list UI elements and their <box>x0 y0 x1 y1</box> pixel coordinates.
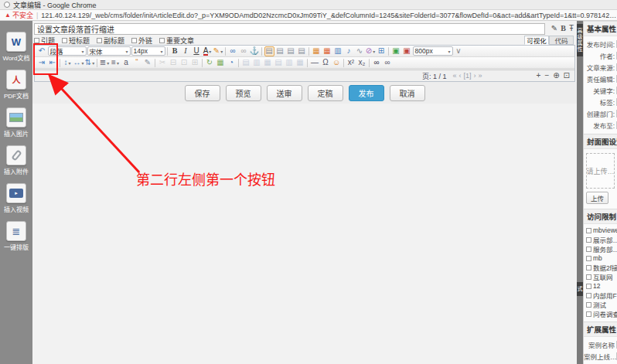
insert-image-icon[interactable]: ▦ <box>312 46 322 56</box>
paragraph-spacing-icon[interactable]: ⇅ ▾ <box>85 58 95 68</box>
publish-button[interactable]: 发布 <box>349 85 384 101</box>
title-style-icon[interactable]: Ŧ <box>569 24 574 33</box>
table-del-col-icon[interactable]: ▦ <box>295 58 305 68</box>
toolbar-button[interactable] <box>369 59 370 67</box>
sidebar-item-insert-video[interactable]: ▸ 插入视频 <box>4 183 29 213</box>
toolbar-button[interactable] <box>97 59 97 67</box>
pdf-import-icon[interactable]: ▣ <box>402 46 412 56</box>
toolbar-button[interactable] <box>388 47 389 56</box>
zoom-in-icon[interactable]: + <box>537 72 541 80</box>
sidebar-item-word-doc[interactable]: W Word文档 <box>3 32 30 62</box>
access-option-checkbox[interactable]: 测试 <box>584 300 617 309</box>
access-option-checkbox[interactable]: mbviewer <box>584 226 617 235</box>
toolbar-button[interactable] <box>343 59 344 67</box>
access-option-checkbox[interactable]: 内部用F… <box>584 291 617 300</box>
align-left-icon[interactable]: ▤ <box>264 46 274 56</box>
bold-title-icon[interactable]: B <box>561 24 566 33</box>
superscript-icon[interactable]: x² <box>346 58 356 68</box>
toolbar-button[interactable] <box>155 59 155 67</box>
editor-mode-tab[interactable]: 可视化 <box>524 36 549 45</box>
emoticon-icon[interactable]: ☺ <box>332 58 342 68</box>
pager-control[interactable]: » <box>479 72 482 80</box>
bold-icon[interactable]: B <box>170 46 180 56</box>
preview-button[interactable]: 预览 <box>226 85 261 101</box>
paste-plain-icon[interactable]: ⊞ <box>190 58 200 68</box>
underline-icon[interactable]: U <box>192 46 202 56</box>
undo-icon[interactable]: ↶ <box>37 46 47 56</box>
align-center-icon[interactable]: ▤ <box>275 46 285 56</box>
access-option-checkbox[interactable]: 12 <box>584 281 617 291</box>
table-split-icon[interactable]: ▤ <box>274 58 284 68</box>
pager-control[interactable]: [1] <box>464 72 472 80</box>
access-option-checkbox[interactable]: mb <box>584 253 617 263</box>
cut-icon[interactable]: ✂ <box>158 58 168 68</box>
font-family-select[interactable]: 宋体 ▾ <box>87 46 131 56</box>
table-row-icon[interactable]: ▤ <box>241 58 251 68</box>
datetime-icon[interactable]: ◔ <box>227 58 237 68</box>
finalize-button[interactable]: 定稿 <box>308 85 343 101</box>
style-vertical-tab[interactable]: 式 <box>577 282 583 296</box>
font-size-select[interactable]: 14px ▾ <box>131 46 165 56</box>
anchor-icon[interactable]: ⚓ <box>250 46 260 56</box>
page-width-select[interactable]: 800px ▾ <box>413 46 453 56</box>
collapse-toolbar-icon[interactable]: ∨ <box>454 46 464 56</box>
advanced-properties-vertical-tab[interactable]: 高级属性 <box>577 24 583 56</box>
sidebar-item-insert-attachment[interactable]: 插入附件 <box>4 145 29 175</box>
subscript-icon[interactable]: x₂ <box>357 58 367 68</box>
find-replace-icon[interactable]: ∞ <box>383 58 393 68</box>
access-option-checkbox[interactable]: 互联网 <box>584 272 617 281</box>
access-option-checkbox[interactable]: 展示部… <box>584 235 617 244</box>
remove-indent-icon[interactable]: ⇤ <box>48 58 58 68</box>
case-icon[interactable]: a <box>121 58 131 68</box>
article-option-checkbox[interactable]: 副标题 <box>97 36 124 46</box>
align-justify-icon[interactable]: ▤ <box>297 46 307 56</box>
sidebar-item-insert-image[interactable]: 插入图片 <box>4 107 29 138</box>
zoom-out-icon[interactable]: − <box>544 72 549 80</box>
edit-title-icon[interactable]: ✎ <box>551 24 557 33</box>
word-import-icon[interactable]: ▣ <box>391 46 401 56</box>
unordered-list-icon[interactable]: ≡ ▾ <box>111 58 121 68</box>
fullscreen-icon[interactable]: ⊡ <box>564 72 570 80</box>
cover-upload-dropzone[interactable]: 请上传… <box>586 153 615 189</box>
security-warning-icon[interactable]: ▲ <box>5 12 11 19</box>
first-line-indent-icon[interactable]: ⇥ <box>37 58 47 68</box>
pager-control[interactable]: ‹ <box>459 72 462 80</box>
toolbar-button[interactable] <box>202 59 203 67</box>
table-del-row-icon[interactable]: ▥ <box>285 58 295 68</box>
special-char-icon[interactable]: Ω <box>321 58 331 68</box>
pencil-icon[interactable]: ✎ <box>143 58 153 68</box>
article-option-checkbox[interactable]: 引题 <box>34 36 55 46</box>
article-option-checkbox[interactable]: 外链 <box>131 36 152 46</box>
toolbar-button[interactable] <box>225 47 226 56</box>
pager-control[interactable]: « <box>452 72 456 80</box>
pager-control[interactable]: › <box>474 72 476 80</box>
access-option-checkbox[interactable]: 数据2f接… <box>584 263 617 272</box>
attachment-icon[interactable]: ∿ <box>355 46 365 56</box>
find-icon[interactable]: ∞ <box>372 58 382 68</box>
sidebar-item-auto-format[interactable]: ≣ 一键排版 <box>4 221 29 251</box>
toolbar-button[interactable] <box>261 47 262 56</box>
article-title-input[interactable] <box>34 23 545 35</box>
highlight-pen-icon[interactable]: ✎ ▾ <box>213 46 223 56</box>
align-right-icon[interactable]: ▤ <box>286 46 296 56</box>
table-col-icon[interactable]: ▥ <box>252 58 262 68</box>
toolbar-button[interactable] <box>308 47 309 56</box>
upload-button[interactable]: 上传 <box>586 192 608 204</box>
table-merge-icon[interactable]: ▦ <box>263 58 273 68</box>
word-spacing-icon[interactable]: ↔ ▾ <box>73 58 84 68</box>
insert-music-icon[interactable]: ♪ <box>344 46 354 56</box>
refresh-icon[interactable]: ↻ <box>205 58 215 68</box>
link-icon[interactable]: ∞ <box>228 46 238 56</box>
line-height-icon[interactable]: ↕ ▾ <box>63 58 73 68</box>
ordered-list-icon[interactable]: ≣ ▾ <box>100 58 110 68</box>
toolbar-button[interactable] <box>238 59 239 67</box>
cancel-button[interactable]: 取消 <box>390 85 425 101</box>
font-color-icon[interactable]: A ▾ <box>203 46 213 56</box>
page-url[interactable]: 121.40.124.129/_web/cms/folder/initArtic… <box>41 12 617 19</box>
toolbar-button[interactable] <box>167 47 168 56</box>
unlink-icon[interactable]: ∞ <box>239 46 249 56</box>
quote-icon[interactable]: “ <box>132 58 142 68</box>
italic-icon[interactable]: I <box>181 46 191 56</box>
sidebar-item-pdf-doc[interactable]: 人 PDF文档 <box>4 70 29 100</box>
toolbar-button[interactable] <box>60 59 60 67</box>
